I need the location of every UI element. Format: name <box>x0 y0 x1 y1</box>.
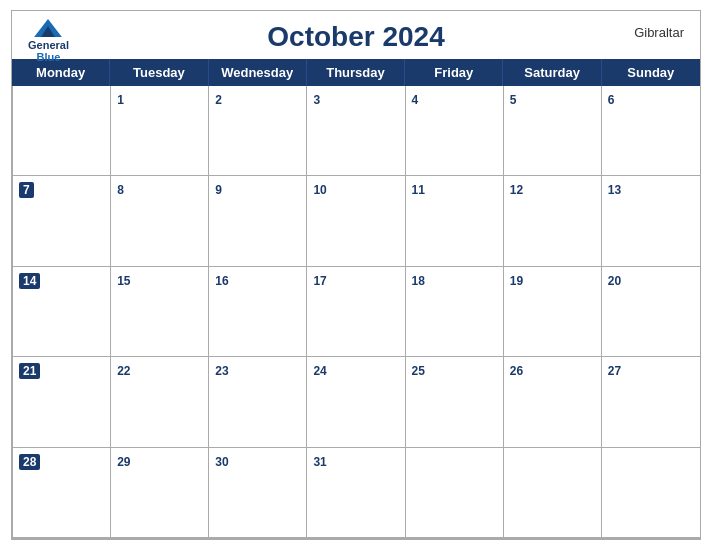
calendar-cell: 9 <box>209 176 307 266</box>
calendar-cell: 31 <box>307 448 405 538</box>
calendar-cell: 7 <box>13 176 111 266</box>
calendar-cell: 8 <box>111 176 209 266</box>
calendar-cell: 30 <box>209 448 307 538</box>
date-number: 30 <box>215 455 228 469</box>
calendar-cell: 26 <box>504 357 602 447</box>
date-number: 14 <box>19 273 40 289</box>
calendar-cell: 17 <box>307 267 405 357</box>
logo: General Blue <box>28 19 69 63</box>
day-header-thursday: Thursday <box>307 59 405 86</box>
calendar-cell: 22 <box>111 357 209 447</box>
calendar-cell <box>504 448 602 538</box>
date-number: 26 <box>510 364 523 378</box>
date-number: 29 <box>117 455 130 469</box>
date-number: 16 <box>215 274 228 288</box>
calendar-cell: 13 <box>602 176 700 266</box>
date-number: 13 <box>608 183 621 197</box>
date-number: 10 <box>313 183 326 197</box>
date-number: 19 <box>510 274 523 288</box>
calendar-cell: 29 <box>111 448 209 538</box>
date-number: 1 <box>117 93 124 107</box>
date-number: 27 <box>608 364 621 378</box>
date-number: 5 <box>510 93 517 107</box>
calendar-cell: 24 <box>307 357 405 447</box>
date-number: 25 <box>412 364 425 378</box>
logo-icon <box>34 19 62 37</box>
logo-blue-text: Blue <box>37 51 61 63</box>
date-number: 15 <box>117 274 130 288</box>
date-number: 7 <box>19 182 34 198</box>
calendar-cell: 14 <box>13 267 111 357</box>
calendar-cell <box>602 448 700 538</box>
calendar-cell: 3 <box>307 86 405 176</box>
calendar-cell: 6 <box>602 86 700 176</box>
date-number: 6 <box>608 93 615 107</box>
calendar-cell: 21 <box>13 357 111 447</box>
date-number: 24 <box>313 364 326 378</box>
date-number: 23 <box>215 364 228 378</box>
calendar-cell <box>406 448 504 538</box>
calendar-cell: 2 <box>209 86 307 176</box>
date-number: 2 <box>215 93 222 107</box>
calendar-cell: 27 <box>602 357 700 447</box>
date-number: 21 <box>19 363 40 379</box>
calendar-grid: 1234567891011121314151617181920212223242… <box>12 86 700 539</box>
calendar-cell: 23 <box>209 357 307 447</box>
date-number: 11 <box>412 183 425 197</box>
calendar-cell: 15 <box>111 267 209 357</box>
calendar-title: October 2024 <box>267 21 444 53</box>
calendar-cell: 4 <box>406 86 504 176</box>
logo-general-text: General <box>28 39 69 51</box>
calendar: General Blue October 2024 Gibraltar Mond… <box>11 10 701 540</box>
date-number: 22 <box>117 364 130 378</box>
day-header-sunday: Sunday <box>602 59 700 86</box>
calendar-cell: 12 <box>504 176 602 266</box>
calendar-cell: 16 <box>209 267 307 357</box>
date-number: 20 <box>608 274 621 288</box>
day-header-tuesday: Tuesday <box>110 59 208 86</box>
calendar-header: General Blue October 2024 Gibraltar <box>12 11 700 59</box>
date-number: 28 <box>19 454 40 470</box>
calendar-cell: 18 <box>406 267 504 357</box>
day-header-saturday: Saturday <box>503 59 601 86</box>
calendar-cell: 10 <box>307 176 405 266</box>
calendar-cell: 5 <box>504 86 602 176</box>
date-number: 17 <box>313 274 326 288</box>
calendar-cell: 25 <box>406 357 504 447</box>
date-number: 9 <box>215 183 222 197</box>
day-header-wednesday: Wednesday <box>209 59 307 86</box>
calendar-cell: 11 <box>406 176 504 266</box>
date-number: 31 <box>313 455 326 469</box>
days-header: MondayTuesdayWednesdayThursdayFridaySatu… <box>12 59 700 86</box>
calendar-cell: 20 <box>602 267 700 357</box>
calendar-cell: 28 <box>13 448 111 538</box>
day-header-friday: Friday <box>405 59 503 86</box>
calendar-cell: 19 <box>504 267 602 357</box>
date-number: 8 <box>117 183 124 197</box>
date-number: 18 <box>412 274 425 288</box>
location-label: Gibraltar <box>634 25 684 40</box>
date-number: 4 <box>412 93 419 107</box>
calendar-cell: 1 <box>111 86 209 176</box>
calendar-cell <box>13 86 111 176</box>
date-number: 12 <box>510 183 523 197</box>
date-number: 3 <box>313 93 320 107</box>
